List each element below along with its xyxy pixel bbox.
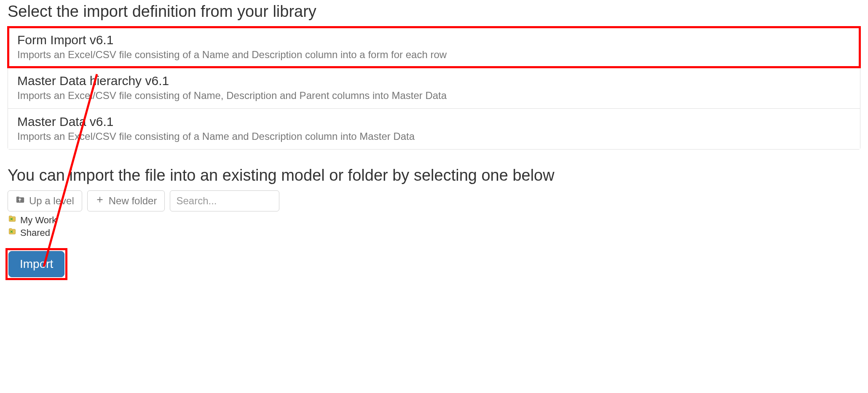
import-button[interactable]: Import xyxy=(8,251,64,277)
folder-up-icon xyxy=(16,195,25,207)
button-label: New folder xyxy=(109,195,157,207)
select-definition-heading: Select the import definition from your l… xyxy=(8,3,860,21)
new-folder-button[interactable]: New folder xyxy=(87,190,165,211)
button-label: Up a level xyxy=(29,195,74,207)
up-level-button[interactable]: Up a level xyxy=(8,190,82,211)
folder-label: My Work xyxy=(20,215,56,226)
definition-description: Imports an Excel/CSV file consisting of … xyxy=(17,90,851,102)
definition-item[interactable]: Form Import v6.1 Imports an Excel/CSV fi… xyxy=(8,27,860,67)
plus-icon xyxy=(95,195,104,207)
folder-label: Shared xyxy=(20,227,50,238)
definition-title: Master Data v6.1 xyxy=(17,115,851,129)
folder-icon xyxy=(8,215,17,226)
definition-item[interactable]: Master Data v6.1 Imports an Excel/CSV fi… xyxy=(8,108,860,149)
folder-item[interactable]: Shared xyxy=(8,227,860,239)
search-input[interactable] xyxy=(170,190,279,211)
folder-tree: My Work Shared xyxy=(8,214,860,239)
definition-title: Form Import v6.1 xyxy=(17,33,851,47)
definition-list: Form Import v6.1 Imports an Excel/CSV fi… xyxy=(8,27,860,150)
folder-toolbar: Up a level New folder xyxy=(8,190,860,211)
definition-title: Master Data hierarchy v6.1 xyxy=(17,74,851,88)
definition-item[interactable]: Master Data hierarchy v6.1 Imports an Ex… xyxy=(8,67,860,108)
definition-description: Imports an Excel/CSV file consisting of … xyxy=(17,131,851,142)
folder-icon xyxy=(8,227,17,238)
folder-item[interactable]: My Work xyxy=(8,214,860,227)
definition-description: Imports an Excel/CSV file consisting of … xyxy=(17,49,851,61)
import-button-highlight: Import xyxy=(8,250,65,278)
import-location-heading: You can import the file into an existing… xyxy=(8,166,860,184)
